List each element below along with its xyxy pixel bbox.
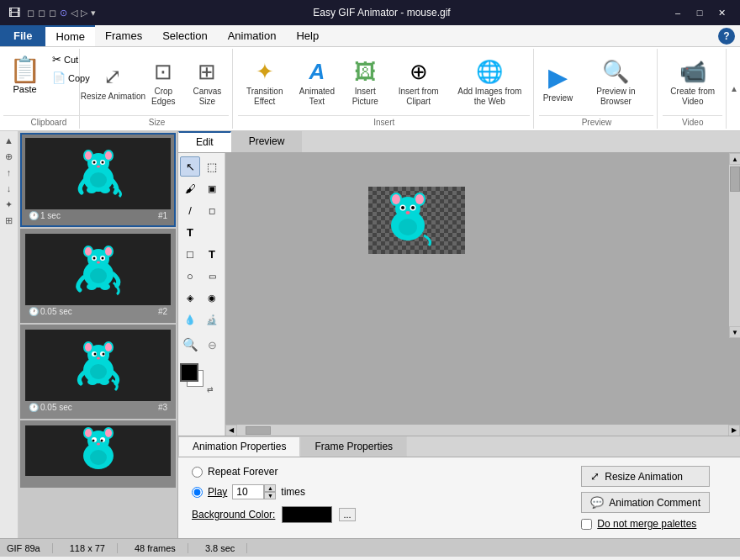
crop-edges-button[interactable]: ⊡ Crop Edges (143, 55, 184, 110)
create-video-button[interactable]: 📹 Create from Video (663, 55, 722, 110)
ribbon-expand[interactable]: ▲ (728, 49, 740, 129)
paste-icon: 📋 (9, 55, 40, 84)
preview-browser-button[interactable]: 🔍 Preview in Browser (578, 55, 653, 110)
status-time: 3.8 sec (205, 543, 247, 553)
left-tool-4[interactable]: ↓ (2, 181, 17, 196)
bg-color-picker-btn[interactable]: ... (339, 508, 355, 521)
frame-item-4[interactable] (20, 420, 176, 488)
left-tool-1[interactable]: ▲ (2, 133, 17, 148)
resize-icon: ⤢ (103, 64, 122, 90)
resize-animation-button[interactable]: ⤢ Resize Animation (85, 61, 141, 105)
maximize-button[interactable]: □ (690, 5, 710, 20)
text-tool-2[interactable]: T (202, 244, 222, 264)
frame-item-1[interactable]: 🕐 1 sec #1 (20, 133, 176, 227)
paste-button[interactable]: 📋 Paste (3, 50, 46, 115)
repeat-forever-radio[interactable] (192, 467, 203, 478)
rounded-rect-tool[interactable]: ▭ (202, 266, 222, 286)
tool-row-5: □ T (180, 244, 223, 264)
left-tool-5[interactable]: ✦ (2, 197, 17, 212)
repeat-forever-label: Repeat Forever (208, 466, 278, 478)
close-button[interactable]: ✕ (711, 5, 732, 20)
dotted-select-tool[interactable]: ⬚ (202, 156, 222, 177)
frame-props-tab[interactable]: Frame Properties (300, 436, 407, 457)
ellipse-tool[interactable]: ○ (180, 266, 200, 286)
svg-point-11 (87, 187, 97, 193)
preview-items: ▶ Preview 🔍 Preview in Browser (539, 50, 653, 115)
animation-comment-btn[interactable]: 💬 Animation Comment (581, 492, 710, 513)
svg-point-39 (87, 378, 98, 385)
text-tool[interactable]: T (180, 222, 200, 242)
preview-tab[interactable]: Preview (231, 131, 303, 152)
scroll-thumb-v[interactable] (730, 166, 740, 192)
rect-tool[interactable]: □ (180, 244, 200, 264)
animated-text-button[interactable]: A Animated Text (293, 55, 341, 110)
clipart-icon: ⊕ (410, 59, 428, 85)
redeye-tool[interactable]: ◉ (202, 288, 222, 308)
scroll-left-btn[interactable]: ◀ (225, 425, 237, 436)
insert-clipart-button[interactable]: ⊕ Insert from Clipart (389, 55, 447, 110)
frame-thumb-1 (25, 138, 171, 209)
svg-point-50 (92, 439, 94, 441)
file-menu[interactable]: File (0, 25, 45, 46)
help-icon[interactable]: ? (718, 28, 735, 45)
svg-point-23 (101, 257, 103, 260)
title-bar-controls[interactable]: – □ ✕ (668, 5, 732, 20)
stamp-tool[interactable]: ◈ (180, 288, 200, 308)
anim-props-tab[interactable]: Animation Properties (178, 436, 300, 457)
status-frames: 48 frames (135, 543, 188, 553)
swap-colors-icon[interactable]: ⇄ (207, 385, 214, 394)
placeholder-tool[interactable] (202, 222, 222, 242)
app-icon: 🎞 (8, 6, 20, 19)
frame-item-3[interactable]: 🕐 0.05 sec #3 (20, 325, 176, 419)
pencil-tool[interactable]: / (180, 200, 200, 220)
eyedrop-tool-1[interactable]: 💧 (180, 309, 200, 330)
frame-item-2[interactable]: 🕐 0.05 sec #2 (20, 229, 176, 323)
horizontal-scrollbar[interactable]: ◀ ▶ (225, 424, 740, 436)
insert-picture-button[interactable]: 🖼 Insert Picture (342, 55, 388, 110)
add-images-button[interactable]: 🌐 Add Images from the Web (449, 55, 530, 110)
size-label: Size (85, 115, 229, 127)
left-tool-3[interactable]: ↑ (2, 165, 17, 180)
resize-props-icon: ⤢ (590, 470, 600, 483)
tool-row-8: 💧 🔬 (180, 309, 223, 330)
scroll-up-btn[interactable]: ▲ (729, 153, 740, 165)
clock-icon-3: 🕐 (29, 403, 39, 412)
canvas-viewport: ▲ ▼ (225, 153, 740, 424)
minimize-button[interactable]: – (668, 5, 688, 20)
transition-button[interactable]: ✦ Transition Effect (238, 55, 291, 110)
left-tool-2[interactable]: ⊕ (2, 149, 17, 164)
bg-color-label: Background Color: (192, 509, 275, 520)
bg-color-box[interactable] (282, 506, 332, 523)
play-count-down[interactable]: ▼ (264, 492, 276, 499)
scroll-down-btn[interactable]: ▼ (729, 326, 740, 338)
frames-menu[interactable]: Frames (95, 25, 152, 46)
paint-tool[interactable]: 🖌 (180, 178, 200, 198)
merge-palettes-checkbox[interactable] (581, 519, 592, 530)
eraser-tool[interactable]: ◻ (202, 200, 222, 220)
play-count-up[interactable]: ▲ (264, 484, 276, 492)
scroll-right-btn[interactable]: ▶ (728, 425, 740, 436)
select-tool[interactable]: ↖ (180, 156, 200, 177)
zoom-in-tool[interactable]: 🔍 (180, 335, 200, 355)
h-scrollbar-thumb[interactable] (246, 426, 271, 435)
preview-button[interactable]: ▶ Preview (539, 59, 576, 107)
main-area: ▲ ⊕ ↑ ↓ ✦ ⊞ (0, 131, 740, 538)
home-menu[interactable]: Home (45, 25, 95, 46)
fg-color-swatch[interactable] (180, 363, 198, 382)
svg-point-47 (105, 429, 112, 437)
play-radio[interactable] (192, 487, 203, 498)
animation-menu[interactable]: Animation (218, 25, 287, 46)
edit-tab[interactable]: Edit (178, 131, 231, 152)
eyedrop-tool-2[interactable]: 🔬 (202, 309, 222, 330)
clipboard-label: Clipboard (3, 115, 94, 127)
selection-menu[interactable]: Selection (152, 25, 217, 46)
left-tool-6[interactable]: ⊞ (2, 213, 17, 228)
zoom-out-tool[interactable]: ⊖ (202, 335, 222, 355)
clock-icon-2: 🕐 (29, 307, 39, 316)
fill-tool[interactable]: ▣ (202, 178, 222, 198)
vertical-scrollbar[interactable]: ▲ ▼ (728, 153, 740, 338)
resize-animation-props-btn[interactable]: ⤢ Resize Animation (581, 466, 710, 487)
canvas-size-button[interactable]: ⊞ Canvas Size (186, 55, 229, 110)
play-count-input[interactable]: 10 (232, 484, 264, 499)
help-menu[interactable]: Help (286, 25, 329, 46)
